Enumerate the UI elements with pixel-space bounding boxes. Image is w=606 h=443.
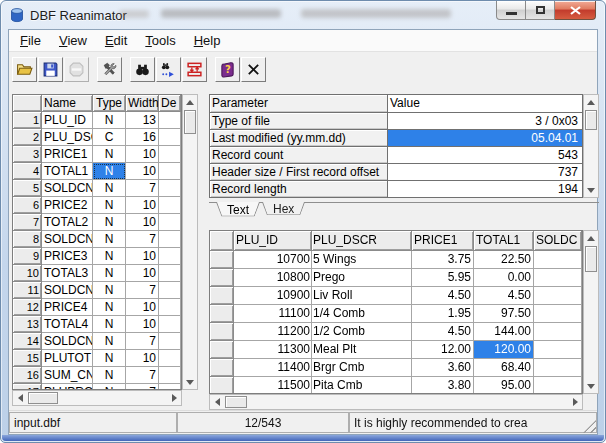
field-cell[interactable]: SOLDCN: [42, 282, 93, 299]
field-cell[interactable]: N: [93, 180, 126, 197]
param-name-cell[interactable]: Header size / First record offset: [210, 164, 388, 181]
record-cell[interactable]: 11400: [234, 359, 312, 377]
field-cell[interactable]: 10: [126, 299, 159, 316]
param-value-cell[interactable]: 543: [388, 147, 582, 164]
field-cell[interactable]: 7: [126, 180, 159, 197]
record-row-header[interactable]: [210, 269, 234, 287]
field-cell[interactable]: [159, 265, 181, 282]
param-value-cell[interactable]: 3 / 0x03: [388, 113, 582, 130]
field-row-header[interactable]: 12: [13, 299, 42, 316]
record-cell[interactable]: 97.50: [474, 305, 534, 323]
toolbar-button-save[interactable]: [38, 57, 63, 82]
record-cell[interactable]: 4.50: [412, 287, 474, 305]
scroll-up-icon[interactable]: [183, 95, 197, 109]
menu-item-view[interactable]: View: [50, 30, 96, 51]
toolbar-button-help[interactable]: ?: [215, 57, 240, 82]
menu-item-file[interactable]: File: [11, 30, 50, 51]
toolbar-button-find[interactable]: [130, 57, 155, 82]
field-row-header[interactable]: 5: [13, 180, 42, 197]
field-cell[interactable]: SOLDCN: [42, 180, 93, 197]
field-row-header[interactable]: 15: [13, 350, 42, 367]
scrollbar-thumb[interactable]: [184, 110, 196, 134]
record-cell[interactable]: 22.50: [474, 251, 534, 269]
scroll-right-icon[interactable]: [167, 391, 181, 405]
maximize-button[interactable]: [526, 1, 555, 20]
record-cell[interactable]: [534, 341, 582, 359]
field-row-header[interactable]: 2: [13, 129, 42, 146]
record-cell[interactable]: 5 Wings: [312, 251, 412, 269]
record-row-header[interactable]: [210, 377, 234, 394]
field-cell[interactable]: N: [93, 316, 126, 333]
field-cell[interactable]: 10: [126, 214, 159, 231]
scroll-down-icon[interactable]: [584, 379, 598, 393]
field-cell[interactable]: N: [93, 333, 126, 350]
menu-item-tools[interactable]: Tools: [136, 30, 184, 51]
field-cell[interactable]: N: [93, 112, 126, 129]
field-cell[interactable]: [159, 282, 181, 299]
field-cell[interactable]: 10: [126, 316, 159, 333]
field-cell[interactable]: [159, 231, 181, 248]
record-cell[interactable]: 3.80: [412, 377, 474, 394]
record-cell[interactable]: 0.00: [474, 269, 534, 287]
menu-item-help[interactable]: Help: [185, 30, 230, 51]
field-cell[interactable]: N: [93, 214, 126, 231]
field-cell[interactable]: PRICE4: [42, 299, 93, 316]
param-value-cell[interactable]: 05.04.01: [388, 130, 582, 147]
field-cell[interactable]: [159, 180, 181, 197]
record-cell[interactable]: 4.50: [412, 323, 474, 341]
field-row-header[interactable]: 16: [13, 367, 42, 384]
field-row-header[interactable]: 14: [13, 333, 42, 350]
field-cell[interactable]: [159, 129, 181, 146]
record-cell[interactable]: [534, 359, 582, 377]
field-cell[interactable]: SOLDCN: [42, 231, 93, 248]
record-cell[interactable]: 3.75: [412, 251, 474, 269]
param-grid-vertical-scrollbar[interactable]: [583, 94, 599, 198]
field-cell[interactable]: [159, 248, 181, 265]
param-name-cell[interactable]: Record count: [210, 147, 388, 164]
field-row-header[interactable]: 9: [13, 248, 42, 265]
field-cell[interactable]: 10: [126, 197, 159, 214]
scroll-down-icon[interactable]: [183, 375, 197, 389]
record-cell[interactable]: 11500: [234, 377, 312, 394]
record-cell[interactable]: [534, 287, 582, 305]
param-name-cell[interactable]: Type of file: [210, 113, 388, 130]
scroll-left-icon[interactable]: [210, 395, 224, 409]
field-row-header[interactable]: 1: [13, 112, 42, 129]
field-cell[interactable]: TOTAL1: [42, 163, 93, 180]
field-cell[interactable]: 10: [126, 146, 159, 163]
field-cell[interactable]: [159, 316, 181, 333]
field-cell[interactable]: PRICE1: [42, 146, 93, 163]
field-cell[interactable]: 16: [126, 129, 159, 146]
field-cell[interactable]: SUM_CN: [42, 367, 93, 384]
scrollbar-thumb[interactable]: [225, 396, 247, 408]
minimize-button[interactable]: [496, 1, 526, 20]
record-cell[interactable]: 1/4 Comb: [312, 305, 412, 323]
field-cell[interactable]: [159, 299, 181, 316]
tab-hex[interactable]: Hex: [262, 202, 305, 219]
record-cell[interactable]: 10900: [234, 287, 312, 305]
field-cell[interactable]: PLU_ID: [42, 112, 93, 129]
field-cell[interactable]: N: [93, 367, 126, 384]
tab-text[interactable]: Text: [216, 202, 260, 221]
param-name-cell[interactable]: Last modified (yy.mm.dd): [210, 130, 388, 147]
close-button[interactable]: [555, 1, 596, 20]
field-cell[interactable]: [159, 333, 181, 350]
record-cell[interactable]: Meal Plt: [312, 341, 412, 359]
field-row-header[interactable]: 11: [13, 282, 42, 299]
field-row-header[interactable]: 6: [13, 197, 42, 214]
field-cell[interactable]: 10: [126, 350, 159, 367]
record-cell[interactable]: 5.95: [412, 269, 474, 287]
field-cell[interactable]: TOTAL2: [42, 214, 93, 231]
record-row-header[interactable]: [210, 341, 234, 359]
field-cell[interactable]: N: [93, 231, 126, 248]
field-cell[interactable]: N: [93, 350, 126, 367]
toolbar-button-delete[interactable]: [241, 57, 266, 82]
field-cell[interactable]: [159, 146, 181, 163]
field-cell[interactable]: N: [93, 282, 126, 299]
app-icon[interactable]: [9, 7, 25, 23]
field-cell[interactable]: 13: [126, 112, 159, 129]
toolbar-button-open[interactable]: [12, 57, 37, 82]
record-cell[interactable]: 95.00: [474, 377, 534, 394]
scrollbar-thumb[interactable]: [28, 392, 58, 404]
record-cell[interactable]: [534, 377, 582, 394]
